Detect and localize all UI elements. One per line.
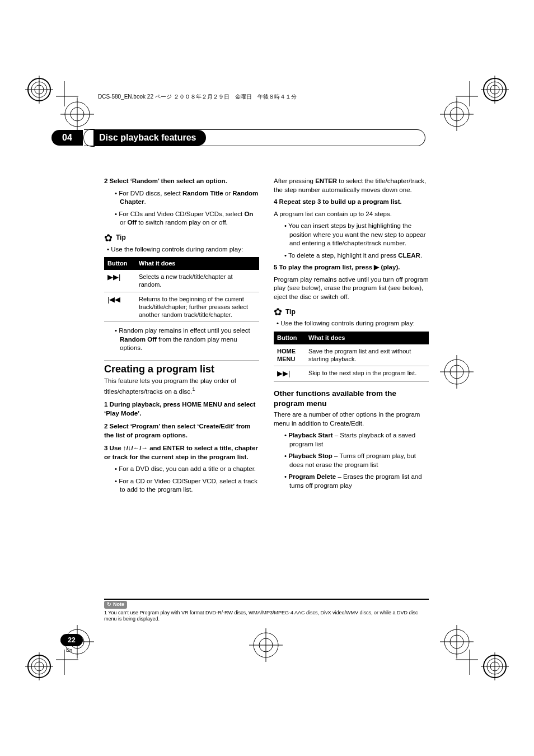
paragraph: A program list can contain up to 24 step… — [274, 210, 429, 219]
registration-mark-br — [440, 625, 474, 659]
header-source-line: DCS-580_EN.book 22 ページ ２００８年２月２９日 金曜日 午後… — [98, 93, 297, 101]
footnote-text: 1 You can’t use Program play with VR for… — [104, 610, 429, 623]
page-number: 22 — [60, 634, 83, 646]
note-badge: ↻Note — [104, 601, 127, 609]
page: DCS-580_EN.book 22 ページ ２００８年２月２９日 金曜日 午後… — [0, 0, 534, 756]
step-4: 4 Repeat step 3 to build up a program li… — [274, 198, 429, 207]
table-row: |◀◀Returns to the beginning of the curre… — [104, 292, 259, 322]
next-track-icon: ▶▶| — [274, 366, 305, 382]
section-intro: This feature lets you program the play o… — [104, 377, 259, 396]
registration-mark-right — [440, 355, 474, 389]
registration-mark-tl — [60, 97, 94, 131]
step-5: 5 To play the program list, press ▶ (pla… — [274, 263, 429, 272]
th-what: What it does — [305, 332, 429, 344]
th-button: Button — [274, 332, 305, 344]
th-button: Button — [104, 257, 135, 270]
paragraph: After pressing ENTER to select the title… — [274, 177, 429, 194]
gear-icon: ✿ — [104, 233, 113, 243]
chapter-paren — [83, 129, 95, 147]
table-row: ▶▶|Selects a new track/title/chapter at … — [104, 270, 259, 292]
cell: Save the program list and exit without s… — [305, 344, 429, 366]
prev-track-icon: |◀◀ — [104, 292, 135, 322]
bullet: To delete a step, highlight it and press… — [282, 251, 429, 260]
bullet: Random play remains in effect until you … — [112, 326, 259, 353]
bullet: Playback Start – Starts playback of a sa… — [282, 431, 429, 449]
right-column: After pressing ENTER to select the title… — [274, 177, 429, 498]
tip-bullet: Use the following controls during progra… — [274, 319, 429, 328]
content: 2 Select ‘Random’ then select an option.… — [104, 177, 429, 498]
next-track-icon: ▶▶| — [104, 270, 135, 292]
gear-icon: ✿ — [274, 307, 282, 317]
home-menu-label: HOME MENU — [274, 344, 305, 366]
bullet: Playback Stop – Turns off program play, … — [282, 452, 429, 469]
cell: Returns to the beginning of the current … — [135, 292, 259, 322]
tip-heading: ✿ Tip — [104, 233, 259, 243]
paragraph: There are a number of other options in t… — [274, 410, 429, 428]
th-what: What it does — [135, 257, 259, 270]
cell: Selects a new track/title/chapter at ran… — [135, 270, 259, 292]
bullet: For DVD discs, select Random Title or Ra… — [112, 189, 259, 207]
tip-heading: ✿ Tip — [274, 307, 429, 317]
step-1: 1 During playback, press HOME MENU and s… — [104, 400, 259, 418]
bullet: For CDs and Video CD/Super VCDs, select … — [112, 210, 259, 227]
tip-label: Tip — [285, 307, 296, 316]
note-icon: ↻ — [107, 601, 111, 608]
registration-mark-bottom — [249, 628, 283, 662]
step-3: 3 Use ↑/↓/←/→ and ENTER to select a titl… — [104, 444, 259, 461]
chapter-header: 04 Disc playback features — [51, 130, 425, 146]
bullet: You can insert steps by just highlightin… — [282, 222, 429, 248]
controls-table-2: ButtonWhat it does HOME MENUSave the pro… — [274, 332, 429, 382]
cell: Skip to the next step in the program lis… — [305, 366, 429, 382]
chapter-number: 04 — [51, 130, 83, 146]
left-column: 2 Select ‘Random’ then select an option.… — [104, 177, 259, 498]
table-row: HOME MENUSave the program list and exit … — [274, 344, 429, 366]
bullet: For a DVD disc, you can add a title or a… — [112, 465, 259, 474]
bullet: For a CD or Video CD/Super VCD, select a… — [112, 477, 259, 494]
bullet: Program Delete – Erases the program list… — [282, 473, 429, 490]
step-2: 2 Select ‘Random’ then select an option. — [104, 177, 259, 186]
chapter-title: Disc playback features — [93, 130, 206, 146]
tip-bullet: Use the following controls during random… — [104, 245, 259, 254]
page-language: En — [66, 647, 72, 653]
paragraph: Program play remains active until you tu… — [274, 276, 429, 302]
registration-mark-tr — [440, 97, 474, 131]
subsection-heading: Other functions available from the progr… — [274, 389, 429, 408]
step-2b: 2 Select ‘Program’ then select ‘Create/E… — [104, 422, 259, 440]
table-row: ▶▶|Skip to the next step in the program … — [274, 366, 429, 382]
section-heading: Creating a program list — [104, 361, 259, 376]
controls-table: ButtonWhat it does ▶▶|Selects a new trac… — [104, 257, 259, 322]
footnote-section: ↻Note 1 You can’t use Program play with … — [104, 599, 429, 623]
tip-label: Tip — [116, 233, 126, 242]
